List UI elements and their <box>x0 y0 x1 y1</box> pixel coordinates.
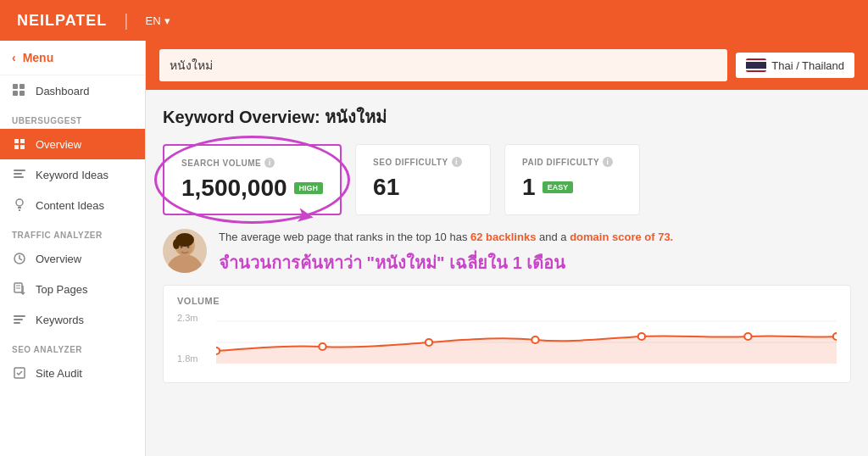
chart-label-top: 2.3m <box>177 313 203 323</box>
chevron-left-icon: ‹ <box>12 51 16 64</box>
chart-section: VOLUME 2.3m 1.8m <box>163 285 851 383</box>
sidebar-ta-overview-label: Overview <box>36 253 81 265</box>
svg-point-31 <box>216 348 220 354</box>
svg-point-28 <box>187 245 190 248</box>
sidebar-section-traffic: TRAFFIC ANALYZER <box>0 220 145 243</box>
svg-point-7 <box>16 199 23 206</box>
insight-text: The average web page that ranks in the t… <box>219 229 851 246</box>
keywords-icon <box>12 312 27 327</box>
brand-logo: NEILPATEL <box>17 12 107 30</box>
country-selector[interactable]: Thai / Thailand <box>736 53 854 78</box>
seo-difficulty-info-icon: i <box>452 157 462 167</box>
dashboard-icon <box>12 83 27 98</box>
high-badge: HIGH <box>294 182 324 194</box>
svg-point-26 <box>173 239 180 249</box>
svg-rect-6 <box>14 176 24 178</box>
country-name-label: Thai / Thailand <box>771 59 844 72</box>
lang-label: EN <box>146 14 161 27</box>
svg-point-22 <box>166 254 203 273</box>
sidebar: ‹ Menu Dashboard UBERSUGGEST Overview Ke… <box>0 41 146 456</box>
sidebar-item-keywords[interactable]: Keywords <box>0 304 145 335</box>
ta-overview-icon <box>12 251 27 266</box>
chart-title: VOLUME <box>177 296 837 306</box>
svg-rect-4 <box>14 170 25 171</box>
paid-difficulty-label: PAID DIFFICULTY i <box>522 157 622 167</box>
overview-icon <box>12 136 27 152</box>
svg-point-34 <box>531 336 538 343</box>
sidebar-dashboard-label: Dashboard <box>36 85 90 97</box>
easy-badge: EASY <box>542 181 574 193</box>
svg-rect-15 <box>14 315 25 317</box>
sidebar-menu-header[interactable]: ‹ Menu <box>0 41 145 75</box>
keyword-overview-title: Keyword Overview: หนังใหม่ <box>163 103 851 131</box>
insight-text-wrap: The average web page that ranks in the t… <box>219 229 851 276</box>
svg-rect-16 <box>14 319 23 320</box>
paid-difficulty-info-icon: i <box>603 157 613 167</box>
sidebar-site-audit-label: Site Audit <box>36 367 82 380</box>
sidebar-overview-label: Overview <box>36 138 81 151</box>
thai-annotation-text: จำนวนการค้นหาว่า "หนังใหม่" เฉลี่ยใน 1 เ… <box>219 249 851 276</box>
sidebar-section-seo: SEO ANALYZER <box>0 335 145 358</box>
seo-difficulty-label: SEO DIFFICULTY i <box>373 157 473 167</box>
lang-arrow-icon: ▾ <box>164 14 170 27</box>
seo-difficulty-value: 61 <box>373 174 473 201</box>
sidebar-item-dashboard[interactable]: Dashboard <box>0 75 145 106</box>
search-query-text: หนังใหม่ <box>170 56 213 75</box>
svg-point-35 <box>638 333 645 340</box>
sidebar-keywords-label: Keywords <box>36 314 84 326</box>
svg-rect-5 <box>14 173 22 175</box>
top-navigation: NEILPATEL | EN ▾ <box>0 0 868 41</box>
sidebar-menu-label: Menu <box>23 51 54 64</box>
seo-difficulty-card: SEO DIFFICULTY i 61 <box>355 144 491 215</box>
svg-point-36 <box>744 333 751 340</box>
search-volume-value: 1,500,000 HIGH <box>181 175 323 202</box>
main-layout: ‹ Menu Dashboard UBERSUGGEST Overview Ke… <box>0 41 868 456</box>
top-pages-icon <box>12 281 27 297</box>
sidebar-section-ubersuggest: UBERSUGGEST <box>0 106 145 129</box>
annotation-arrow-icon: ➤ <box>294 201 317 230</box>
page-content: Keyword Overview: หนังใหม่ SEARCH VOLUME… <box>146 90 868 456</box>
paid-difficulty-card: PAID DIFFICULTY i 1 EASY <box>504 144 640 215</box>
sidebar-item-top-pages[interactable]: Top Pages <box>0 274 145 304</box>
sidebar-item-keyword-ideas[interactable]: Keyword Ideas <box>0 159 145 190</box>
keyword-ideas-icon <box>12 167 27 182</box>
svg-rect-8 <box>18 207 21 209</box>
sidebar-item-site-audit[interactable]: Site Audit <box>0 358 145 388</box>
svg-rect-1 <box>19 84 25 89</box>
sidebar-item-ta-overview[interactable]: Overview <box>0 243 145 274</box>
paid-difficulty-value: 1 EASY <box>522 174 622 201</box>
content-area: หนังใหม่ Thai / Thailand Keyword Overvie… <box>146 41 868 456</box>
insight-row: The average web page that ranks in the t… <box>163 229 851 276</box>
country-flag-icon <box>746 58 766 72</box>
svg-point-32 <box>319 343 326 350</box>
search-volume-info-icon: i <box>264 158 275 168</box>
sidebar-keyword-ideas-label: Keyword Ideas <box>36 169 108 181</box>
search-bar: หนังใหม่ Thai / Thailand <box>146 41 868 90</box>
svg-point-33 <box>426 339 432 346</box>
svg-rect-2 <box>13 91 18 96</box>
svg-rect-17 <box>14 322 20 324</box>
content-ideas-icon <box>12 197 27 213</box>
search-input-wrap[interactable]: หนังใหม่ <box>159 49 727 81</box>
site-audit-icon <box>12 365 27 381</box>
nav-divider: | <box>124 11 128 31</box>
sidebar-item-overview[interactable]: Overview <box>0 129 145 159</box>
svg-rect-0 <box>13 84 18 89</box>
sidebar-content-ideas-label: Content Ideas <box>36 199 104 212</box>
svg-rect-21 <box>746 62 766 69</box>
chart-svg-wrap <box>216 313 837 372</box>
avatar <box>163 229 207 273</box>
chart-label-bottom: 1.8m <box>177 353 203 364</box>
search-volume-card: SEARCH VOLUME i 1,500,000 HIGH ➤ <box>163 144 342 215</box>
sidebar-top-pages-label: Top Pages <box>36 283 87 296</box>
metrics-row: SEARCH VOLUME i 1,500,000 HIGH ➤ SEO DIF… <box>163 144 851 215</box>
sidebar-item-content-ideas[interactable]: Content Ideas <box>0 190 145 220</box>
svg-point-27 <box>181 245 183 248</box>
svg-rect-3 <box>19 91 25 96</box>
svg-point-37 <box>833 333 837 340</box>
language-selector[interactable]: EN ▾ <box>146 14 170 27</box>
search-volume-label: SEARCH VOLUME i <box>181 158 323 168</box>
svg-rect-9 <box>19 209 20 211</box>
